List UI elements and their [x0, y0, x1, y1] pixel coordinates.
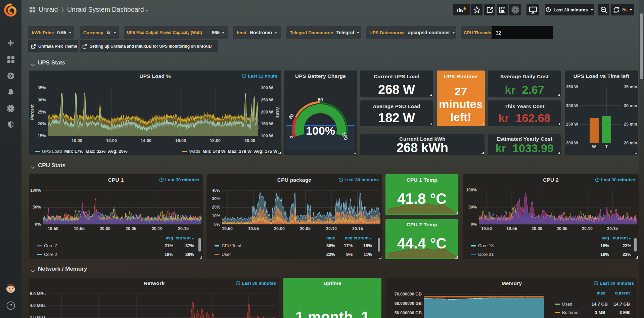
svg-text:20:10: 20:10 [152, 226, 163, 231]
svg-text:250 W: 250 W [261, 98, 273, 102]
svg-text:30%: 30% [38, 98, 46, 102]
svg-text:10%: 10% [212, 214, 220, 218]
svg-text:50: 50 [318, 97, 323, 102]
svg-text:12:00: 12:00 [106, 138, 117, 143]
svg-text:20%: 20% [212, 205, 220, 210]
svg-text:14:00: 14:00 [141, 138, 151, 143]
svg-text:200 W: 200 W [566, 141, 578, 145]
svg-text:40%: 40% [212, 188, 220, 193]
svg-text:20:00: 20:00 [100, 226, 110, 231]
svg-text:350 W: 350 W [566, 85, 578, 89]
svg-text:T: T [605, 144, 608, 149]
svg-text:20%: 20% [38, 122, 46, 126]
svg-text:15%: 15% [38, 134, 46, 138]
svg-text:0%: 0% [471, 222, 477, 227]
svg-text:20:05: 20:05 [126, 226, 136, 231]
svg-text:20:15: 20:15 [178, 226, 189, 231]
svg-text:20:00: 20:00 [244, 138, 255, 143]
svg-text:20:15: 20:15 [352, 226, 363, 231]
svg-text:20:15: 20:15 [607, 226, 618, 231]
svg-text:?: ? [9, 303, 12, 308]
svg-text:50%: 50% [33, 205, 41, 210]
svg-text:25 min: 25 min [624, 122, 637, 127]
svg-text:20:10: 20:10 [582, 226, 593, 231]
svg-text:16:00: 16:00 [175, 138, 186, 143]
svg-text:10:00: 10:00 [72, 138, 82, 143]
svg-text:150 W: 150 W [261, 122, 273, 126]
svg-text:20 min: 20 min [624, 141, 637, 145]
svg-text:50%: 50% [468, 205, 477, 210]
svg-text:30 min: 30 min [624, 103, 637, 108]
svg-text:19:55: 19:55 [506, 226, 517, 231]
svg-text:20:00: 20:00 [274, 226, 285, 231]
svg-text:18:00: 18:00 [210, 138, 221, 143]
svg-text:100 W: 100 W [261, 134, 273, 138]
svg-text:25%: 25% [38, 110, 46, 115]
svg-text:20:10: 20:10 [326, 226, 337, 231]
svg-text:6.0 MBs: 6.0 MBs [30, 291, 46, 296]
svg-text:200 W: 200 W [261, 110, 273, 115]
svg-text:Watts: Watts [275, 106, 280, 118]
svg-text:30%: 30% [212, 196, 220, 201]
svg-text:Percent: Percent [30, 104, 35, 120]
svg-text:100%: 100% [30, 188, 41, 193]
svg-text:100%: 100% [466, 188, 477, 192]
svg-text:20: 20 [287, 113, 295, 120]
svg-text:19:55: 19:55 [248, 226, 259, 231]
svg-text:35%: 35% [38, 86, 46, 90]
svg-text:19:50: 19:50 [48, 226, 58, 231]
svg-text:250 W: 250 W [566, 122, 578, 127]
svg-text:20:00: 20:00 [532, 226, 542, 231]
svg-text:35 min: 35 min [624, 85, 637, 89]
svg-text:W: W [592, 144, 596, 149]
svg-text:50.000000 GB: 50.000000 GB [395, 311, 422, 315]
svg-text:19:50: 19:50 [222, 226, 233, 231]
svg-text:60.000000 GB: 60.000000 GB [395, 301, 422, 306]
svg-text:4.0 MBs: 4.0 MBs [30, 303, 46, 308]
svg-text:2.0 MBs: 2.0 MBs [30, 315, 46, 318]
svg-text:20:05: 20:05 [300, 226, 311, 231]
svg-text:0%: 0% [35, 222, 41, 227]
svg-text:300 W: 300 W [261, 86, 273, 90]
svg-text:70.000000 GB: 70.000000 GB [395, 292, 422, 297]
svg-text:19:50: 19:50 [481, 226, 492, 231]
svg-text:19:55: 19:55 [74, 226, 85, 231]
svg-text:20:05: 20:05 [557, 226, 567, 231]
svg-text:0%: 0% [214, 222, 220, 227]
svg-text:300 W: 300 W [566, 103, 578, 108]
